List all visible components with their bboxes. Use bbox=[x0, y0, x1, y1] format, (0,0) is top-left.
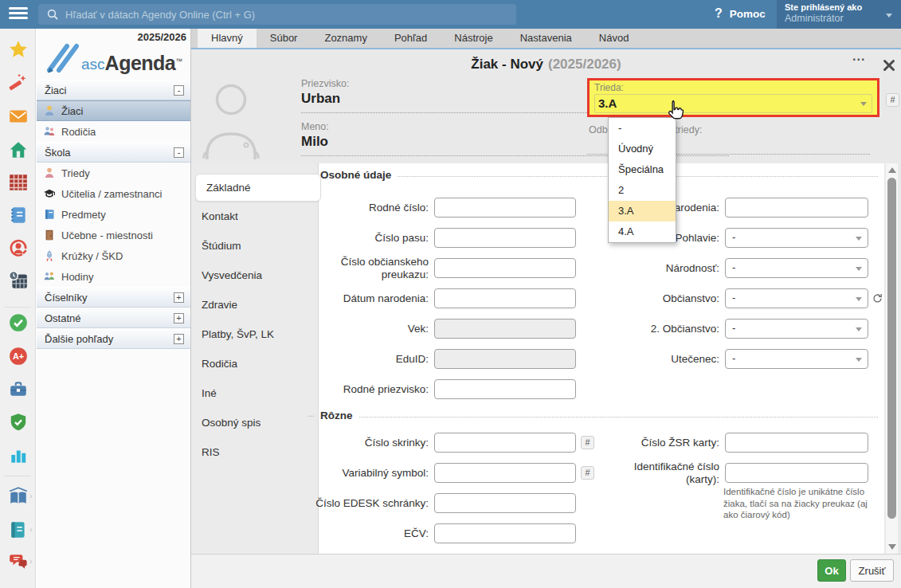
trieda-select[interactable]: 3.A bbox=[594, 94, 872, 113]
menu-tab-navod[interactable]: Návod bbox=[586, 29, 643, 48]
trieda-hash-badge[interactable]: # bbox=[886, 93, 899, 107]
ecv-input[interactable] bbox=[434, 523, 576, 543]
favorites-icon[interactable] bbox=[8, 39, 29, 60]
journal-icon[interactable] bbox=[8, 205, 29, 225]
cislo-edesk-input[interactable] bbox=[434, 493, 576, 513]
nav-group-ciselniky[interactable]: Číselníky + bbox=[37, 287, 190, 308]
menu-tab-pohlad[interactable]: Pohľad bbox=[381, 29, 441, 48]
expand-toggle-icon[interactable]: + bbox=[174, 334, 184, 344]
absence-icon[interactable] bbox=[8, 237, 29, 258]
tab-vysvedcenia[interactable]: Vysvedčenia bbox=[191, 261, 319, 290]
trieda-field-highlighted[interactable]: Trieda: 3.A bbox=[587, 78, 879, 117]
messages-icon[interactable] bbox=[8, 106, 29, 127]
dropdown-option[interactable]: 2 bbox=[609, 180, 676, 201]
help-button[interactable]: ? Pomoc bbox=[715, 6, 766, 21]
privacy-shield-icon[interactable] bbox=[8, 412, 29, 433]
field-label: Vek: bbox=[311, 323, 434, 335]
datum-narodenia-input[interactable] bbox=[434, 288, 576, 308]
hash-badge[interactable]: # bbox=[581, 436, 594, 449]
tab-zdravie[interactable]: Zdravie bbox=[191, 290, 319, 319]
calendar-clock-icon[interactable] bbox=[8, 270, 29, 291]
chevron-down-icon bbox=[856, 297, 862, 304]
narodnost-select[interactable]: - bbox=[725, 258, 868, 278]
nav-group-dalsie-pohlady[interactable]: Ďalšie pohľady + bbox=[37, 328, 190, 349]
dropdown-option[interactable]: Úvodný bbox=[609, 139, 676, 159]
close-icon[interactable] bbox=[883, 59, 895, 72]
library-icon[interactable] bbox=[8, 486, 29, 507]
sidebar-item-triedy[interactable]: Triedy bbox=[37, 163, 190, 183]
refresh-icon[interactable] bbox=[872, 293, 883, 304]
menu-tab-zoznamy[interactable]: Zoznamy bbox=[311, 29, 380, 48]
miesto-narodenia-input[interactable] bbox=[725, 198, 868, 218]
dialog-more-button[interactable]: ... bbox=[852, 49, 865, 64]
scroll-up-icon[interactable] bbox=[888, 167, 896, 173]
chevron-down-icon bbox=[860, 102, 867, 109]
variabilny-symbol-input[interactable] bbox=[434, 463, 576, 483]
tab-platby[interactable]: Platby, ŠvP, LK bbox=[191, 319, 319, 349]
communication-icon[interactable] bbox=[8, 551, 29, 572]
sidebar-item-kruzky[interactable]: Krúžky / ŠKD bbox=[37, 245, 190, 266]
dropdown-option[interactable]: Špeciálna bbox=[609, 159, 676, 180]
menu-tab-nastavenia[interactable]: Nastavenia bbox=[507, 29, 586, 48]
statistics-icon[interactable] bbox=[8, 445, 29, 466]
nav-group-skola[interactable]: Škola - bbox=[37, 142, 190, 163]
hash-badge[interactable]: # bbox=[581, 466, 594, 480]
tab-ris[interactable]: RIS bbox=[191, 437, 319, 467]
cislo-pasu-input[interactable] bbox=[434, 228, 576, 248]
sidebar-item-hodiny[interactable]: Hodiny bbox=[37, 266, 190, 287]
identifikacne-cislo-input[interactable] bbox=[725, 463, 868, 483]
sidebar-item-ucitelia[interactable]: Učitelia / zamestnanci bbox=[37, 183, 190, 204]
book-icon bbox=[43, 208, 56, 221]
hamburger-menu-icon[interactable] bbox=[9, 7, 28, 22]
rodne-priezvisko-input[interactable] bbox=[434, 379, 576, 399]
trieda-value: 3.A bbox=[598, 96, 617, 110]
expand-toggle-icon[interactable]: + bbox=[174, 292, 184, 303]
search-input[interactable] bbox=[38, 4, 516, 25]
cislo-skrinky-input[interactable] bbox=[434, 433, 576, 453]
cislo-zsr-karty-input[interactable] bbox=[725, 433, 868, 453]
obcianstvo-select[interactable]: - bbox=[725, 288, 868, 308]
logged-in-user-dropdown[interactable]: Ste prihlásený ako Administrátor bbox=[777, 0, 901, 29]
grades-icon[interactable]: A+ bbox=[8, 346, 29, 367]
scrollbar-thumb[interactable] bbox=[887, 178, 896, 519]
scroll-down-icon[interactable] bbox=[888, 544, 896, 550]
agenda-case-icon[interactable] bbox=[8, 378, 29, 399]
approvals-icon[interactable] bbox=[8, 312, 29, 333]
cislo-obcianskeho-input[interactable] bbox=[434, 258, 576, 278]
collapse-toggle-icon[interactable]: - bbox=[174, 85, 184, 96]
utecenec-select[interactable]: - bbox=[725, 349, 868, 369]
collapse-toggle-icon[interactable]: - bbox=[174, 147, 184, 158]
menu-tab-nastroje[interactable]: Nástroje bbox=[441, 29, 506, 48]
home-icon[interactable] bbox=[8, 139, 29, 160]
tab-zakladne[interactable]: Základné bbox=[195, 174, 321, 202]
tab-osobny-spis[interactable]: Osobný spis bbox=[191, 408, 319, 437]
timetable-icon[interactable] bbox=[8, 172, 29, 193]
menu-tab-subor[interactable]: Súbor bbox=[257, 29, 311, 48]
wizard-icon[interactable] bbox=[8, 73, 29, 93]
dropdown-option[interactable]: 4.A bbox=[609, 221, 676, 242]
pohlavie-select[interactable]: - bbox=[725, 228, 868, 248]
sidebar-item-ucebne[interactable]: Učebne - miestnosti bbox=[37, 225, 190, 245]
chevron-down-icon bbox=[856, 267, 862, 274]
sidebar-item-rodicia[interactable]: Rodičia bbox=[37, 121, 190, 142]
nav-group-ziaci[interactable]: Žiaci - bbox=[37, 80, 190, 100]
tab-ine[interactable]: Iné bbox=[191, 378, 319, 408]
druhe-obcianstvo-select[interactable]: - bbox=[725, 319, 868, 339]
documents-icon[interactable] bbox=[8, 519, 29, 540]
tab-studium[interactable]: Štúdium bbox=[191, 231, 319, 261]
menu-tab-hlavny[interactable]: Hlavný bbox=[198, 29, 257, 48]
nav-group-ostatne[interactable]: Ostatné + bbox=[37, 308, 190, 328]
tab-kontakt[interactable]: Kontakt bbox=[191, 202, 319, 231]
sidebar-item-ziaci[interactable]: Žiaci bbox=[37, 100, 190, 121]
dropdown-option[interactable]: - bbox=[609, 118, 676, 139]
dropdown-option-selected[interactable]: 3.A bbox=[609, 201, 676, 221]
sidebar-item-predmety[interactable]: Predmety bbox=[37, 204, 190, 225]
content-scrollbar[interactable] bbox=[886, 163, 898, 554]
ok-button[interactable]: Ok bbox=[817, 559, 846, 582]
tab-rodicia[interactable]: Rodičia bbox=[191, 349, 319, 378]
expand-toggle-icon[interactable]: + bbox=[174, 313, 184, 323]
field-label: Číslo EDESK schránky: bbox=[311, 497, 434, 509]
rodne-cislo-input[interactable] bbox=[434, 198, 576, 218]
cancel-button[interactable]: Zrušiť bbox=[850, 559, 894, 582]
login-label: Ste prihlásený ako bbox=[785, 2, 893, 12]
